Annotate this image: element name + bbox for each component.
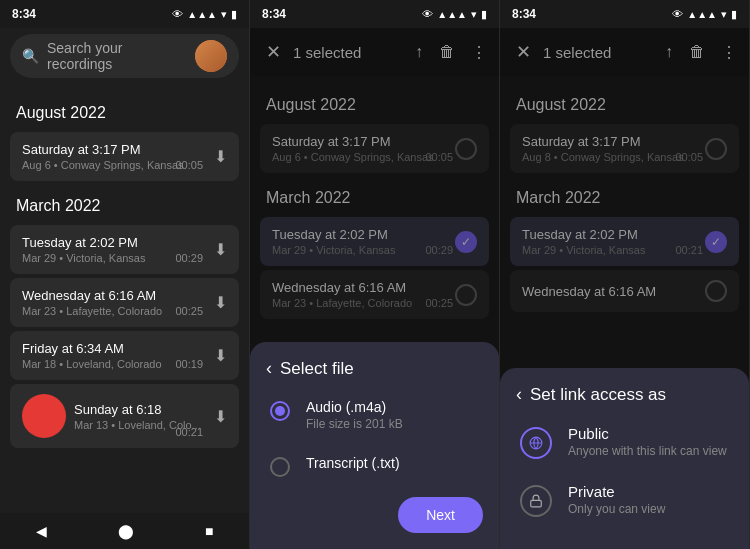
battery-icon: ▮: [731, 8, 737, 21]
nav-bar-1: ◀ ⬤ ■: [0, 513, 249, 549]
rec-title: Friday at 6:34 AM: [22, 341, 206, 356]
select-file-sheet: ‹ Select file Audio (.m4a) File size is …: [250, 342, 499, 549]
download-icon[interactable]: ⬇: [214, 346, 227, 365]
signal-icon: ▲▲▲: [687, 9, 717, 20]
search-placeholder: Search your recordings: [47, 40, 187, 72]
option-text-audio: Audio (.m4a) File size is 201 kB: [306, 399, 403, 431]
avatar-image: [195, 40, 227, 72]
recording-item[interactable]: Saturday at 3:17 PM Aug 6 • Conway Sprin…: [10, 132, 239, 181]
rec-duration: 00:29: [175, 252, 203, 264]
recording-item[interactable]: Wednesday at 6:16 AM Mar 23 • Lafayette,…: [10, 278, 239, 327]
lock-icon: [520, 485, 552, 517]
access-label: Public: [568, 425, 727, 442]
sheet-header-3: ‹ Set link access as: [500, 368, 749, 413]
globe-icon: [520, 427, 552, 459]
download-icon[interactable]: ⬇: [214, 147, 227, 166]
avatar[interactable]: [195, 40, 227, 72]
sheet-header: ‹ Select file: [250, 342, 499, 387]
sheet-back-button[interactable]: ‹: [266, 358, 272, 379]
search-icon: 🔍: [22, 48, 39, 64]
download-icon[interactable]: ⬇: [214, 407, 227, 426]
recent-nav-icon[interactable]: ■: [205, 523, 213, 539]
public-access-option[interactable]: Public Anyone with this link can view: [500, 413, 749, 471]
option-label: Audio (.m4a): [306, 399, 403, 415]
rec-duration: 00:19: [175, 358, 203, 370]
set-access-sheet: ‹ Set link access as Public Anyone with …: [500, 368, 749, 549]
status-bar-3: 8:34 👁 ▲▲▲ ▾ ▮: [500, 0, 749, 28]
option-label: Transcript (.txt): [306, 455, 400, 471]
eye-icon: 👁: [172, 8, 183, 20]
audio-option[interactable]: Audio (.m4a) File size is 201 kB: [250, 387, 499, 443]
eye-icon: 👁: [672, 8, 683, 20]
signal-icon: ▲▲▲: [437, 9, 467, 20]
month-august-2022: August 2022: [0, 92, 249, 128]
status-time-3: 8:34: [512, 7, 536, 21]
status-icons-2: 👁 ▲▲▲ ▾ ▮: [422, 8, 487, 21]
status-icons-3: 👁 ▲▲▲ ▾ ▮: [672, 8, 737, 21]
recording-item-active[interactable]: Sunday at 6:18 Mar 13 • Loveland, Colo..…: [10, 384, 239, 448]
access-text-public: Public Anyone with this link can view: [568, 425, 727, 458]
battery-icon: ▮: [231, 8, 237, 21]
panel-recordings: 8:34 👁 ▲▲▲ ▾ ▮ 🔍 Search your recordings …: [0, 0, 250, 549]
signal-icon: ▲▲▲: [187, 9, 217, 20]
wifi-icon: ▾: [721, 8, 727, 21]
rec-duration: 00:05: [175, 159, 203, 171]
panel-set-access: 8:34 👁 ▲▲▲ ▾ ▮ ✕ 1 selected ↑ 🗑 ⋮ August…: [500, 0, 750, 549]
sheet-footer: Next: [250, 489, 499, 549]
download-icon[interactable]: ⬇: [214, 240, 227, 259]
option-sub: File size is 201 kB: [306, 417, 403, 431]
rec-title: Tuesday at 2:02 PM: [22, 235, 206, 250]
recordings-list: August 2022 Saturday at 3:17 PM Aug 6 • …: [0, 84, 249, 513]
access-text-private: Private Only you can view: [568, 483, 665, 516]
eye-icon: 👁: [422, 8, 433, 20]
svg-rect-1: [531, 500, 542, 506]
private-access-option[interactable]: Private Only you can view: [500, 471, 749, 529]
sheet-title: Select file: [280, 359, 354, 379]
status-time-1: 8:34: [12, 7, 36, 21]
download-icon[interactable]: ⬇: [214, 293, 227, 312]
month-march-2022: March 2022: [0, 185, 249, 221]
access-sub: Anyone with this link can view: [568, 444, 727, 458]
rec-duration: 00:25: [175, 305, 203, 317]
rec-title: Wednesday at 6:16 AM: [22, 288, 206, 303]
recording-item[interactable]: Tuesday at 2:02 PM Mar 29 • Victoria, Ka…: [10, 225, 239, 274]
next-button[interactable]: Next: [398, 497, 483, 533]
rec-title: Saturday at 3:17 PM: [22, 142, 206, 157]
rec-duration: 00:21: [175, 426, 203, 438]
access-label: Private: [568, 483, 665, 500]
radio-transcript[interactable]: [270, 457, 290, 477]
status-icons-1: 👁 ▲▲▲ ▾ ▮: [172, 8, 237, 21]
access-sub: Only you can view: [568, 502, 665, 516]
option-text-transcript: Transcript (.txt): [306, 455, 400, 471]
battery-icon: ▮: [481, 8, 487, 21]
panel-select-file: 8:34 👁 ▲▲▲ ▾ ▮ ✕ 1 selected ↑ 🗑 ⋮ August…: [250, 0, 500, 549]
sheet-back-button-3[interactable]: ‹: [516, 384, 522, 405]
recording-dot: [22, 394, 66, 438]
status-time-2: 8:34: [262, 7, 286, 21]
search-bar[interactable]: 🔍 Search your recordings: [10, 34, 239, 78]
home-nav-icon[interactable]: ⬤: [118, 523, 134, 539]
wifi-icon: ▾: [221, 8, 227, 21]
recording-item[interactable]: Friday at 6:34 AM Mar 18 • Loveland, Col…: [10, 331, 239, 380]
transcript-option[interactable]: Transcript (.txt): [250, 443, 499, 489]
wifi-icon: ▾: [471, 8, 477, 21]
rec-title: Sunday at 6:18: [74, 402, 206, 417]
back-nav-icon[interactable]: ◀: [36, 523, 47, 539]
sheet-title-3: Set link access as: [530, 385, 666, 405]
radio-audio[interactable]: [270, 401, 290, 421]
status-bar-2: 8:34 👁 ▲▲▲ ▾ ▮: [250, 0, 499, 28]
status-bar-1: 8:34 👁 ▲▲▲ ▾ ▮: [0, 0, 249, 28]
